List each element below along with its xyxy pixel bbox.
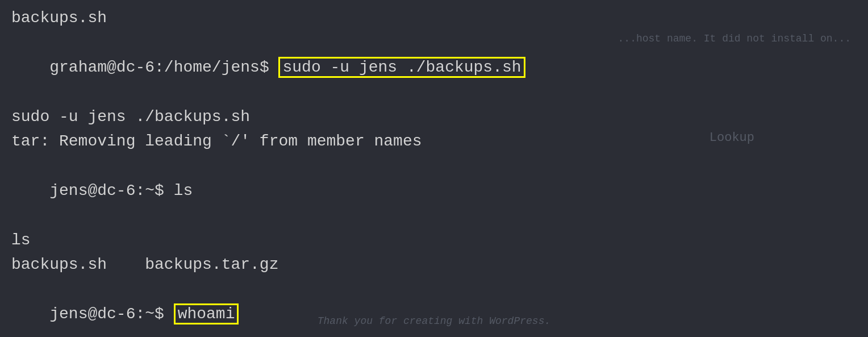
terminal-line-5: jens@dc-6:~$ ls	[11, 153, 857, 227]
prompt-jens-1: jens@dc-6:~$	[49, 182, 173, 199]
terminal-line-1: backups.sh	[11, 6, 857, 30]
terminal-line-8: jens@dc-6:~$ whoami	[11, 277, 857, 337]
terminal-window: backups.sh graham@dc-6:/home/jens$ sudo …	[0, 0, 868, 337]
cmd-ls: ls	[174, 182, 193, 199]
highlighted-command-whoami: whoami	[174, 303, 239, 324]
terminal-line-3: sudo -u jens ./backups.sh	[11, 105, 857, 129]
highlighted-command-sudo: sudo -u jens ./backups.sh	[278, 57, 525, 78]
terminal-line-7: backups.sh backups.tar.gz	[11, 252, 857, 277]
terminal-line-6: ls	[11, 228, 857, 252]
prompt-jens-2: jens@dc-6:~$	[49, 305, 173, 323]
wordpress-credit: Thank you for creating with WordPress.	[318, 315, 550, 327]
prompt-graham: graham@dc-6:/home/jens$	[49, 59, 278, 76]
lookup-label: Lookup	[710, 131, 754, 145]
hostname-hint: ...host name. It did not install on...	[618, 33, 851, 44]
